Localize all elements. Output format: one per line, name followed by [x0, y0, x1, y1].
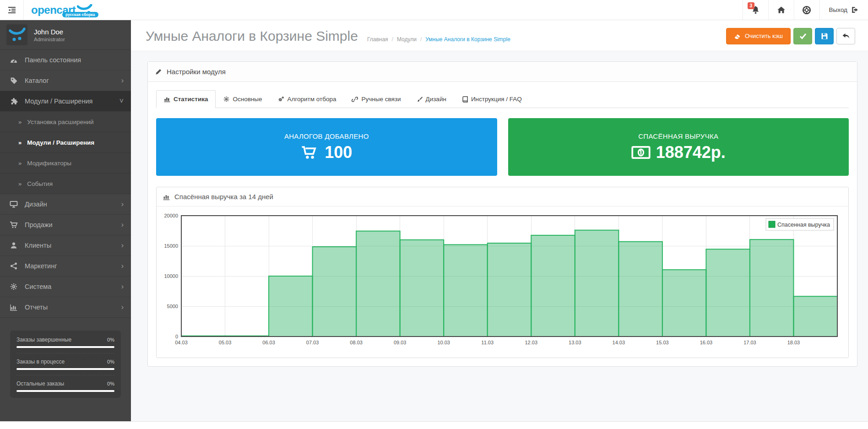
breadcrumb-home[interactable]: Главная: [367, 36, 388, 43]
svg-text:18.03: 18.03: [787, 340, 800, 345]
submenu-arrow-icon: »: [18, 160, 22, 167]
book-icon: [462, 96, 468, 103]
sidebar: John Doe Administrator Панель состояния …: [0, 20, 131, 421]
notification-badge: 3: [748, 2, 755, 9]
analogs-count: 100: [325, 143, 352, 162]
submenu-arrow-icon: »: [18, 119, 22, 125]
stat-row-processing: Заказы в процессе 0%: [16, 353, 114, 370]
topbar-actions: 3 Выход: [743, 0, 868, 20]
user-role: Administrator: [34, 37, 65, 42]
svg-text:13.03: 13.03: [569, 340, 581, 345]
tab-manual-links[interactable]: Ручные связи: [344, 90, 408, 108]
sidebar-subitem-extension-installer[interactable]: » Установка расширений: [0, 112, 131, 132]
stat-percent: 0%: [107, 337, 114, 342]
card-label: АНАЛОГОВ ДОБАВЛЕНО: [284, 132, 369, 140]
support-button[interactable]: [794, 0, 819, 20]
monitor-icon: [8, 201, 19, 208]
tab-algorithm[interactable]: Алгоритм отбора: [270, 90, 344, 108]
dashboard-icon: [8, 57, 19, 64]
breadcrumb-modules[interactable]: Модули: [397, 36, 417, 43]
saved-revenue-card: СПАСЁННАЯ ВЫРУЧКА 188742р.: [508, 118, 849, 176]
svg-text:10000: 10000: [164, 273, 178, 279]
clear-cache-button[interactable]: Очистить кэш: [726, 28, 791, 44]
stat-percent: 0%: [107, 359, 114, 364]
analogs-added-card: АНАЛОГОВ ДОБАВЛЕНО 100: [156, 118, 497, 176]
card-label: СПАСЁННАЯ ВЫРУЧКА: [638, 132, 718, 140]
svg-text:0: 0: [175, 334, 178, 339]
progress-bar: [16, 368, 114, 370]
breadcrumb-current[interactable]: Умные Аналоги в Корзине Simple: [425, 36, 510, 43]
sidebar-item-customers[interactable]: Клиенты ›: [0, 235, 131, 256]
notifications-button[interactable]: 3: [743, 0, 768, 20]
svg-text:16.03: 16.03: [700, 340, 713, 345]
home-button[interactable]: [768, 0, 794, 20]
sidebar-subitem-modifications[interactable]: » Модификаторы: [0, 153, 131, 174]
svg-text:15.03: 15.03: [656, 340, 669, 345]
user-icon: [8, 242, 19, 249]
content-area: Настройки модуля Статистика: [131, 51, 868, 367]
tab-design[interactable]: Дизайн: [409, 90, 454, 108]
sidebar-item-system[interactable]: Система ›: [0, 277, 131, 297]
submenu-arrow-icon: »: [18, 180, 22, 187]
svg-text:10.03: 10.03: [437, 340, 450, 345]
sidebar-item-design[interactable]: Дизайн ›: [0, 194, 131, 215]
share-icon: [8, 262, 19, 270]
svg-text:17.03: 17.03: [743, 340, 756, 345]
gears-icon: [278, 96, 284, 102]
progress-bar: [16, 390, 114, 392]
chevron-down-icon: ˅: [119, 98, 124, 105]
user-name: John Doe: [34, 28, 65, 36]
chart-panel-heading: Спасённая выручка за 14 дней: [157, 187, 848, 206]
svg-text:04.03: 04.03: [175, 340, 188, 345]
header-buttons: Очистить кэш: [726, 28, 855, 44]
tab-faq[interactable]: Инструкция / FAQ: [454, 90, 530, 108]
sidebar-item-sales[interactable]: Продажи ›: [0, 215, 131, 235]
page-title: Умные Аналоги в Корзине Simple: [146, 28, 358, 43]
chevron-right-icon: ›: [121, 201, 124, 208]
tab-statistics[interactable]: Статистика: [156, 90, 216, 108]
back-button[interactable]: [836, 28, 855, 44]
hamburger-icon: [8, 6, 16, 14]
svg-text:07.03: 07.03: [306, 340, 319, 345]
svg-text:12.03: 12.03: [525, 340, 538, 345]
gear-icon: [223, 96, 229, 102]
breadcrumb: Главная / Модули / Умные Аналоги в Корзи…: [367, 36, 510, 43]
tab-general[interactable]: Основные: [216, 90, 270, 108]
pencil-icon: [155, 68, 162, 75]
stat-percent: 0%: [107, 381, 114, 386]
panel-heading: Настройки модуля: [148, 62, 857, 82]
sidebar-toggle-button[interactable]: [0, 0, 24, 20]
tabs: Статистика Основные Алгори: [156, 90, 849, 108]
sidebar-subitem-events[interactable]: » События: [0, 174, 131, 194]
page-header: Умные Аналоги в Корзине Simple Главная /…: [131, 20, 868, 51]
opencart-logo[interactable]: opencart русская сборка: [31, 0, 92, 20]
eraser-icon: [734, 33, 741, 39]
user-profile: John Doe Administrator: [0, 20, 131, 50]
svg-text:05.03: 05.03: [219, 340, 232, 345]
panel-title: Настройки модуля: [167, 68, 226, 76]
sidebar-item-extensions[interactable]: Модули / Расширения ˅: [0, 91, 131, 112]
logout-button[interactable]: Выход: [819, 0, 868, 20]
sidebar-item-catalog[interactable]: Каталог ›: [0, 71, 131, 91]
progress-bar: [16, 346, 114, 348]
stat-cards: АНАЛОГОВ ДОБАВЛЕНО 100 СПАСЁННАЯ ВЫРУЧКА: [156, 118, 849, 176]
paint-brush-icon: [417, 96, 423, 102]
life-ring-icon: [802, 5, 811, 15]
apply-button[interactable]: [793, 28, 812, 44]
svg-text:15000: 15000: [164, 243, 178, 249]
order-stats-box: Заказы завершенные 0% Заказы в процессе …: [10, 331, 121, 398]
bar-chart-icon: [8, 304, 19, 311]
saved-revenue-value: 188742р.: [656, 143, 726, 162]
sidebar-item-marketing[interactable]: Маркетинг ›: [0, 256, 131, 277]
sidebar-subitem-modules[interactable]: » Модули / Расширения: [0, 132, 131, 153]
sidebar-item-dashboard[interactable]: Панель состояния: [0, 50, 131, 71]
save-button[interactable]: [815, 28, 834, 44]
topbar: opencart русская сборка 3 Выход: [0, 0, 868, 20]
svg-text:5000: 5000: [167, 304, 178, 309]
chart-title: Спасённая выручка за 14 дней: [174, 193, 273, 201]
chevron-right-icon: ›: [121, 77, 124, 84]
bar-chart: 0500010000150002000004.0305.0306.0307.03…: [160, 211, 842, 354]
tag-icon: [8, 77, 19, 85]
cart-icon: [301, 145, 319, 160]
sidebar-item-reports[interactable]: Отчеты ›: [0, 297, 131, 318]
